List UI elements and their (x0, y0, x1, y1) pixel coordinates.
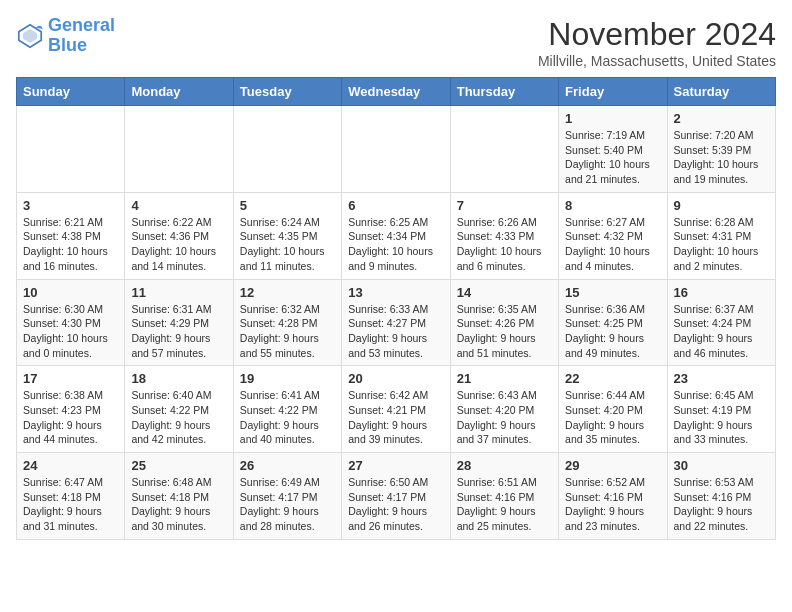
day-cell: 2Sunrise: 7:20 AM Sunset: 5:39 PM Daylig… (667, 106, 775, 193)
day-number: 1 (565, 111, 660, 126)
day-cell: 16Sunrise: 6:37 AM Sunset: 4:24 PM Dayli… (667, 279, 775, 366)
day-info: Sunrise: 6:45 AM Sunset: 4:19 PM Dayligh… (674, 388, 769, 447)
day-header-sunday: Sunday (17, 78, 125, 106)
day-number: 20 (348, 371, 443, 386)
day-cell: 3Sunrise: 6:21 AM Sunset: 4:38 PM Daylig… (17, 192, 125, 279)
day-cell: 12Sunrise: 6:32 AM Sunset: 4:28 PM Dayli… (233, 279, 341, 366)
day-cell: 23Sunrise: 6:45 AM Sunset: 4:19 PM Dayli… (667, 366, 775, 453)
day-number: 17 (23, 371, 118, 386)
week-row-2: 3Sunrise: 6:21 AM Sunset: 4:38 PM Daylig… (17, 192, 776, 279)
logo-text: General Blue (48, 16, 115, 56)
day-info: Sunrise: 6:36 AM Sunset: 4:25 PM Dayligh… (565, 302, 660, 361)
day-number: 26 (240, 458, 335, 473)
day-number: 19 (240, 371, 335, 386)
day-header-saturday: Saturday (667, 78, 775, 106)
day-number: 16 (674, 285, 769, 300)
day-info: Sunrise: 6:49 AM Sunset: 4:17 PM Dayligh… (240, 475, 335, 534)
day-number: 4 (131, 198, 226, 213)
day-cell: 11Sunrise: 6:31 AM Sunset: 4:29 PM Dayli… (125, 279, 233, 366)
title-section: November 2024 Millville, Massachusetts, … (538, 16, 776, 69)
day-number: 8 (565, 198, 660, 213)
week-row-5: 24Sunrise: 6:47 AM Sunset: 4:18 PM Dayli… (17, 453, 776, 540)
day-cell: 17Sunrise: 6:38 AM Sunset: 4:23 PM Dayli… (17, 366, 125, 453)
day-cell (233, 106, 341, 193)
day-info: Sunrise: 6:41 AM Sunset: 4:22 PM Dayligh… (240, 388, 335, 447)
day-cell: 21Sunrise: 6:43 AM Sunset: 4:20 PM Dayli… (450, 366, 558, 453)
day-header-thursday: Thursday (450, 78, 558, 106)
day-cell (450, 106, 558, 193)
day-header-wednesday: Wednesday (342, 78, 450, 106)
day-number: 15 (565, 285, 660, 300)
day-info: Sunrise: 6:25 AM Sunset: 4:34 PM Dayligh… (348, 215, 443, 274)
day-cell: 20Sunrise: 6:42 AM Sunset: 4:21 PM Dayli… (342, 366, 450, 453)
day-header-monday: Monday (125, 78, 233, 106)
day-number: 12 (240, 285, 335, 300)
day-cell: 4Sunrise: 6:22 AM Sunset: 4:36 PM Daylig… (125, 192, 233, 279)
day-info: Sunrise: 6:43 AM Sunset: 4:20 PM Dayligh… (457, 388, 552, 447)
day-cell (17, 106, 125, 193)
day-cell: 22Sunrise: 6:44 AM Sunset: 4:20 PM Dayli… (559, 366, 667, 453)
day-cell: 14Sunrise: 6:35 AM Sunset: 4:26 PM Dayli… (450, 279, 558, 366)
day-cell: 30Sunrise: 6:53 AM Sunset: 4:16 PM Dayli… (667, 453, 775, 540)
day-cell: 7Sunrise: 6:26 AM Sunset: 4:33 PM Daylig… (450, 192, 558, 279)
day-cell: 6Sunrise: 6:25 AM Sunset: 4:34 PM Daylig… (342, 192, 450, 279)
day-cell: 24Sunrise: 6:47 AM Sunset: 4:18 PM Dayli… (17, 453, 125, 540)
day-cell: 10Sunrise: 6:30 AM Sunset: 4:30 PM Dayli… (17, 279, 125, 366)
day-number: 5 (240, 198, 335, 213)
day-cell: 28Sunrise: 6:51 AM Sunset: 4:16 PM Dayli… (450, 453, 558, 540)
day-info: Sunrise: 6:44 AM Sunset: 4:20 PM Dayligh… (565, 388, 660, 447)
day-info: Sunrise: 6:53 AM Sunset: 4:16 PM Dayligh… (674, 475, 769, 534)
day-number: 7 (457, 198, 552, 213)
logo: General Blue (16, 16, 115, 56)
day-number: 23 (674, 371, 769, 386)
calendar-header-row: SundayMondayTuesdayWednesdayThursdayFrid… (17, 78, 776, 106)
day-info: Sunrise: 6:28 AM Sunset: 4:31 PM Dayligh… (674, 215, 769, 274)
day-info: Sunrise: 6:38 AM Sunset: 4:23 PM Dayligh… (23, 388, 118, 447)
day-number: 27 (348, 458, 443, 473)
day-info: Sunrise: 7:20 AM Sunset: 5:39 PM Dayligh… (674, 128, 769, 187)
day-number: 29 (565, 458, 660, 473)
week-row-4: 17Sunrise: 6:38 AM Sunset: 4:23 PM Dayli… (17, 366, 776, 453)
day-cell: 18Sunrise: 6:40 AM Sunset: 4:22 PM Dayli… (125, 366, 233, 453)
day-info: Sunrise: 6:37 AM Sunset: 4:24 PM Dayligh… (674, 302, 769, 361)
day-number: 24 (23, 458, 118, 473)
day-info: Sunrise: 6:33 AM Sunset: 4:27 PM Dayligh… (348, 302, 443, 361)
day-cell (125, 106, 233, 193)
day-info: Sunrise: 6:22 AM Sunset: 4:36 PM Dayligh… (131, 215, 226, 274)
day-number: 22 (565, 371, 660, 386)
day-info: Sunrise: 6:31 AM Sunset: 4:29 PM Dayligh… (131, 302, 226, 361)
day-number: 14 (457, 285, 552, 300)
day-number: 9 (674, 198, 769, 213)
day-info: Sunrise: 6:32 AM Sunset: 4:28 PM Dayligh… (240, 302, 335, 361)
day-cell: 9Sunrise: 6:28 AM Sunset: 4:31 PM Daylig… (667, 192, 775, 279)
day-cell: 29Sunrise: 6:52 AM Sunset: 4:16 PM Dayli… (559, 453, 667, 540)
day-cell: 13Sunrise: 6:33 AM Sunset: 4:27 PM Dayli… (342, 279, 450, 366)
day-info: Sunrise: 6:42 AM Sunset: 4:21 PM Dayligh… (348, 388, 443, 447)
day-cell: 1Sunrise: 7:19 AM Sunset: 5:40 PM Daylig… (559, 106, 667, 193)
day-number: 30 (674, 458, 769, 473)
svg-marker-1 (23, 29, 37, 43)
month-title: November 2024 (538, 16, 776, 53)
day-cell: 27Sunrise: 6:50 AM Sunset: 4:17 PM Dayli… (342, 453, 450, 540)
day-cell: 26Sunrise: 6:49 AM Sunset: 4:17 PM Dayli… (233, 453, 341, 540)
day-info: Sunrise: 6:24 AM Sunset: 4:35 PM Dayligh… (240, 215, 335, 274)
page-header: General Blue November 2024 Millville, Ma… (16, 16, 776, 69)
day-info: Sunrise: 6:26 AM Sunset: 4:33 PM Dayligh… (457, 215, 552, 274)
day-number: 13 (348, 285, 443, 300)
day-number: 18 (131, 371, 226, 386)
day-cell: 15Sunrise: 6:36 AM Sunset: 4:25 PM Dayli… (559, 279, 667, 366)
day-number: 21 (457, 371, 552, 386)
day-info: Sunrise: 6:21 AM Sunset: 4:38 PM Dayligh… (23, 215, 118, 274)
day-header-friday: Friday (559, 78, 667, 106)
day-info: Sunrise: 7:19 AM Sunset: 5:40 PM Dayligh… (565, 128, 660, 187)
day-info: Sunrise: 6:27 AM Sunset: 4:32 PM Dayligh… (565, 215, 660, 274)
week-row-3: 10Sunrise: 6:30 AM Sunset: 4:30 PM Dayli… (17, 279, 776, 366)
day-cell (342, 106, 450, 193)
day-info: Sunrise: 6:40 AM Sunset: 4:22 PM Dayligh… (131, 388, 226, 447)
day-info: Sunrise: 6:30 AM Sunset: 4:30 PM Dayligh… (23, 302, 118, 361)
day-info: Sunrise: 6:51 AM Sunset: 4:16 PM Dayligh… (457, 475, 552, 534)
day-cell: 19Sunrise: 6:41 AM Sunset: 4:22 PM Dayli… (233, 366, 341, 453)
day-info: Sunrise: 6:52 AM Sunset: 4:16 PM Dayligh… (565, 475, 660, 534)
logo-icon (16, 22, 44, 50)
day-info: Sunrise: 6:47 AM Sunset: 4:18 PM Dayligh… (23, 475, 118, 534)
